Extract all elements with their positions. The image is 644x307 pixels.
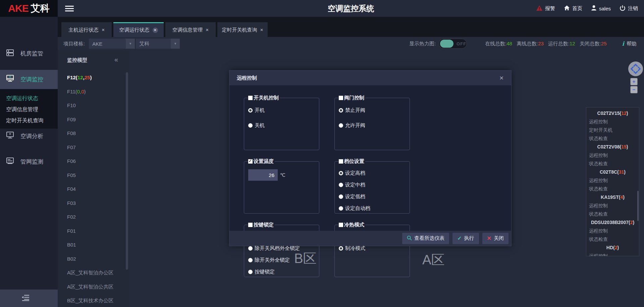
tab-ac-running-status[interactable]: 空调运行状态 ✕ — [113, 22, 164, 37]
help-button[interactable]: i 帮助 — [622, 40, 637, 47]
device-link-timer[interactable]: 定时开关机 — [586, 126, 639, 134]
floor-item-f12[interactable]: F12(12,25) — [58, 71, 129, 85]
device-link-remote-control[interactable]: 远程控制 — [586, 202, 639, 210]
radio-icon[interactable] — [339, 206, 343, 211]
radio-icon[interactable] — [248, 123, 253, 128]
tab-close-icon[interactable]: ✕ — [206, 28, 209, 32]
temperature-input[interactable] — [248, 169, 278, 181]
group-checkbox[interactable] — [339, 96, 343, 100]
submenu-item-ac-info-management[interactable]: 空调信息管理 — [0, 104, 58, 115]
radio-icon[interactable] — [339, 171, 343, 175]
sidebar-item-ac-monitor[interactable]: ❄ 空调监控 — [0, 70, 58, 89]
radio-icon[interactable] — [339, 183, 343, 187]
radio-power-on[interactable]: 开机 — [248, 107, 316, 114]
tab-close-icon[interactable]: ✕ — [153, 28, 158, 33]
zoom-in-button[interactable]: + — [630, 78, 638, 85]
close-icon[interactable]: ✕ — [499, 75, 504, 81]
brand-logo: AKE 艾科 — [0, 0, 58, 17]
radio-speed-auto[interactable]: 设定自动档 — [339, 205, 406, 212]
floor-item-f03[interactable]: F03 — [58, 196, 129, 210]
floor-item-f11[interactable]: F11(0,0) — [58, 85, 129, 99]
floor-item-f01[interactable]: F01 — [58, 224, 129, 238]
radio-speed-low[interactable]: 设定低档 — [339, 193, 406, 200]
radio-icon[interactable] — [248, 270, 253, 274]
floor-item-bzone-tech[interactable]: B区_艾科技术办公区 — [58, 294, 129, 307]
tab-timer-query[interactable]: 定时开关机查询 ✕ — [217, 22, 268, 37]
logout-button[interactable]: 注销 — [620, 5, 638, 12]
group-checkbox[interactable] — [248, 96, 253, 100]
device-link-status-check[interactable]: 状态检查 — [586, 134, 639, 143]
floor-item-f06[interactable]: F06 — [58, 154, 129, 168]
floor-item-azone-public[interactable]: A区_艾科智泊公共区 — [58, 280, 129, 294]
floor-item-f08[interactable]: F08 — [58, 126, 129, 140]
group-checkbox[interactable] — [339, 223, 343, 227]
close-button[interactable]: ✕ 关闭 — [482, 233, 508, 244]
device-link-status-check[interactable]: 状态检查 — [586, 185, 639, 193]
zoom-out-button[interactable]: − — [630, 86, 638, 93]
radio-valve-forbid[interactable]: 禁止开阀 — [339, 107, 406, 114]
heatmap-toggle-label: 显示热力图: — [409, 41, 436, 47]
view-selected-meters-button[interactable]: 查看所选仪表 — [402, 233, 449, 244]
collapse-menu-icon[interactable] — [21, 294, 30, 302]
check-icon: ✓ — [457, 235, 462, 242]
device-link-remote-control[interactable]: 远程控制 — [586, 227, 639, 235]
device-link-remote-control[interactable]: 远程控制 — [586, 118, 639, 126]
radio-icon[interactable] — [339, 246, 343, 251]
tab-close-icon[interactable]: ✕ — [102, 28, 105, 32]
sidebar-item-ac-analysis[interactable]: ❄ 空调分析 — [0, 126, 58, 146]
floor-item-f10[interactable]: F10 — [58, 98, 129, 113]
device-link-remote-control[interactable]: 远程控制 — [586, 151, 639, 160]
tab-close-icon[interactable]: ✕ — [260, 28, 263, 32]
floor-item-f09[interactable]: F09 — [58, 113, 129, 127]
floor-item-b01[interactable]: B01 — [58, 238, 129, 252]
radio-lock-except-switch-fan[interactable]: 除开关风档外全锁定 — [248, 245, 316, 252]
group-checkbox[interactable] — [339, 159, 343, 164]
device-panel-scrollbar[interactable] — [637, 191, 639, 221]
pan-compass-control[interactable] — [628, 61, 643, 78]
radio-icon[interactable] — [339, 194, 343, 199]
device-link-remote-control[interactable]: 远程控制 — [586, 252, 639, 256]
user-button[interactable]: sales — [591, 5, 611, 12]
radio-lock-except-switch[interactable]: 除开关外全锁定 — [248, 257, 316, 263]
alarm-button[interactable]: 报警 — [536, 5, 555, 12]
device-link-status-check[interactable]: 状态检查 — [586, 210, 639, 218]
device-link-remote-control[interactable]: 远程控制 — [586, 176, 639, 185]
radio-power-off[interactable]: 关机 — [248, 122, 316, 129]
group-checkbox[interactable] — [248, 159, 253, 164]
floor-item-b02[interactable]: B02 — [58, 252, 129, 266]
sidebar-item-machine-room[interactable]: 机房监管 — [0, 43, 58, 64]
chevron-down-icon: ▼ — [126, 39, 135, 49]
submenu-item-timer-query[interactable]: 定时开关机查询 — [0, 115, 58, 126]
radio-icon[interactable] — [248, 258, 253, 262]
project-dropdown[interactable]: AKE ▼ — [89, 39, 135, 49]
execute-button[interactable]: ✓ 执行 — [452, 233, 479, 244]
floor-item-f02[interactable]: F02 — [58, 210, 129, 224]
radio-icon[interactable] — [248, 246, 253, 251]
device-link-status-check[interactable]: 状态检查 — [586, 235, 639, 244]
tab-ac-info-management[interactable]: 空调信息管理 ✕ — [165, 22, 216, 37]
app-root: AKE 艾科 空调监控系统 报警 首页 — [0, 0, 644, 307]
device-link-status-check[interactable]: 状态检查 — [586, 160, 639, 168]
collapse-panel-icon[interactable]: « — [114, 56, 118, 63]
tab-host-running-status[interactable]: 主机运行状态 ✕ — [61, 22, 112, 37]
home-button[interactable]: 首页 — [564, 5, 582, 12]
radio-icon[interactable] — [248, 108, 253, 113]
radio-icon[interactable] — [339, 108, 343, 113]
radio-key-lock[interactable]: 按键锁定 — [248, 269, 316, 275]
submenu-item-ac-running-status[interactable]: 空调运行状态 — [0, 93, 58, 104]
radio-speed-high[interactable]: 设定高档 — [339, 170, 406, 176]
radio-cool-mode[interactable]: 制冷模式 — [339, 245, 406, 252]
floor-item-f07[interactable]: F07 — [58, 140, 129, 155]
floor-item-f04[interactable]: F04 — [58, 182, 129, 196]
radio-speed-mid[interactable]: 设定中档 — [339, 182, 406, 188]
hamburger-menu-icon[interactable] — [65, 4, 74, 13]
floor-item-f05[interactable]: F05 — [58, 168, 129, 182]
radio-icon[interactable] — [339, 123, 343, 128]
floor-item-azone-office[interactable]: A区_艾科智泊办公区 — [58, 266, 129, 280]
radio-valve-allow[interactable]: 允许开阀 — [339, 122, 406, 129]
floor-scrollbar[interactable] — [126, 72, 128, 270]
building-dropdown[interactable]: 艾科 ▼ — [136, 39, 180, 49]
group-checkbox[interactable] — [248, 223, 253, 227]
sidebar-item-pipe-network[interactable]: 管网监测 — [0, 151, 58, 172]
heatmap-toggle[interactable]: OFF — [439, 39, 467, 49]
